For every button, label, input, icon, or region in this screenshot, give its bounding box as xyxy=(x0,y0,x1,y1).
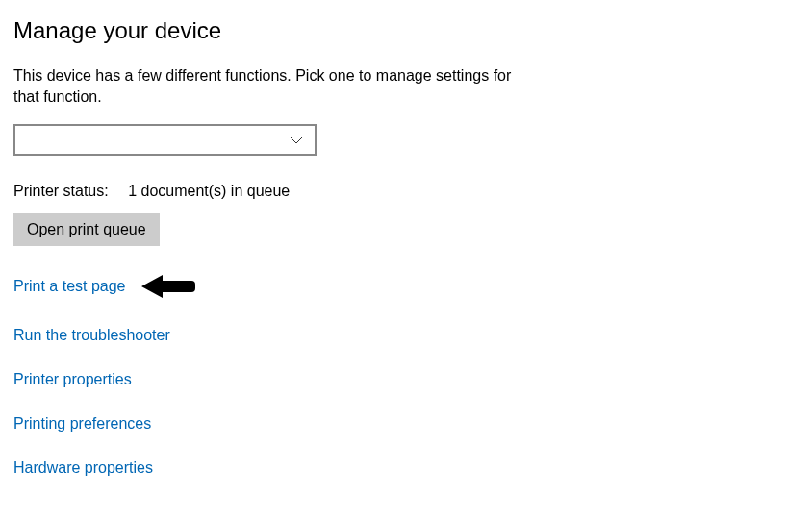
link-list: Print a test page Run the troubleshooter… xyxy=(13,273,799,477)
open-print-queue-button[interactable]: Open print queue xyxy=(13,213,160,246)
printer-status-row: Printer status: 1 document(s) in queue xyxy=(13,183,799,200)
printer-properties-link[interactable]: Printer properties xyxy=(13,371,132,388)
printing-preferences-link[interactable]: Printing preferences xyxy=(13,415,151,433)
printer-status-label: Printer status: xyxy=(13,183,109,199)
function-dropdown[interactable] xyxy=(13,124,317,156)
arrow-left-icon xyxy=(141,273,195,300)
chevron-down-icon xyxy=(290,136,303,144)
page-description: This device has a few different function… xyxy=(13,65,514,107)
hardware-properties-link[interactable]: Hardware properties xyxy=(13,459,153,477)
run-troubleshooter-link[interactable]: Run the troubleshooter xyxy=(13,327,170,344)
print-test-page-link[interactable]: Print a test page xyxy=(13,278,126,295)
printer-status-value: 1 document(s) in queue xyxy=(128,183,290,199)
page-title: Manage your device xyxy=(13,17,799,44)
